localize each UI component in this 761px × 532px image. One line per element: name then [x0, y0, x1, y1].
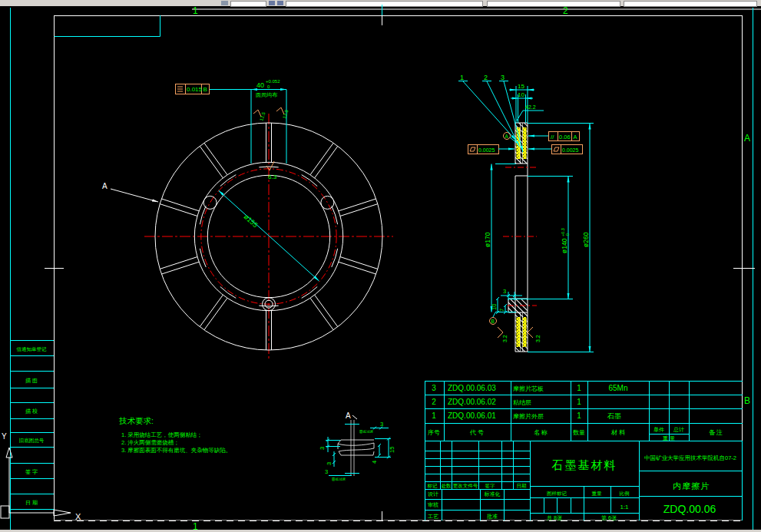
dim-d260: ø260: [582, 232, 590, 247]
col-header: 数量: [573, 429, 585, 436]
dim-d140-tol-lower: 0: [565, 233, 570, 236]
part-qty: 1: [577, 411, 581, 420]
dim-d170: ø170: [484, 232, 491, 247]
left-strip-label: 日 期: [25, 500, 38, 506]
datum-a-label: A: [505, 134, 509, 139]
part-code: ZDQ.00.06.01: [448, 411, 496, 420]
zone-label-A: A: [744, 133, 750, 144]
dim-bore: ø155: [243, 213, 260, 229]
fcf-tolerance: 0.0025: [562, 147, 579, 153]
leader-2: 2: [484, 74, 488, 81]
fcf-datum: A: [574, 134, 577, 140]
roughness-6-3: 6.3: [268, 173, 277, 180]
part-qty: 1: [577, 384, 581, 392]
ucs-x-label: X: [75, 512, 81, 521]
part-name: 粘结层: [513, 399, 531, 406]
front-view: 40 +0.052 0 圆周均布 0.015 B 12.5 12.5 6.3: [102, 79, 393, 361]
datum-b-label: B: [491, 319, 495, 324]
side-section-view: 1 2 3 15 10 42.2 A: [458, 74, 594, 352]
zone-label-2: 2: [563, 5, 568, 16]
detail-note-bottom: 圆弧过渡: [332, 477, 346, 481]
sign-label: 审核: [428, 502, 438, 508]
tech-requirements: 技术要求: 1. 采用烧结工艺，使两侧粘结； 2. 淬火两侧需磨烧槽； 3. 摩…: [119, 416, 231, 454]
roughness-12-5: 12.5: [259, 111, 266, 122]
left-strip-label: 签 字: [25, 469, 38, 474]
rev-header: 更改文件号: [453, 483, 478, 489]
parts-table: 3 ZDQ.00.06.03 摩擦片芯板 1 65Mn 2 ZDQ.00.06.…: [425, 381, 743, 441]
zone-label-B: B: [744, 395, 750, 406]
fcf-symbol: //: [551, 134, 554, 140]
sign-label: 设计: [428, 491, 438, 497]
fcf-flatness-right: 0.0025: [552, 145, 583, 154]
scale-value: 1:1: [620, 504, 629, 511]
detail-dim-4: 4: [371, 461, 378, 464]
detail-dim-3-top: 3: [380, 421, 383, 428]
zone-label-bottom-1: 1: [193, 521, 198, 532]
rev-header: 签字: [485, 483, 496, 488]
cad-drawing-canvas: 1 2 1 A B 借通知单登记 描 图 描 校 旧底图总号 签 字 日 期: [0, 0, 761, 532]
detail-dim-15: 15: [389, 447, 395, 453]
tech-req-title: 技术要求:: [119, 416, 154, 425]
tech-req-line: 1. 采用烧结工艺，使两侧粘结；: [121, 431, 203, 438]
left-strip-label: 借通知单登记: [17, 346, 48, 352]
dim-40-tol-lower: 0: [267, 84, 270, 89]
part-no: 2: [432, 398, 436, 406]
col-header: 单件: [653, 427, 664, 433]
roughness-12-5: 12.5: [282, 109, 290, 120]
fcf-tolerance: 0.0025: [478, 147, 495, 153]
dim-40-note: 圆周均布: [256, 92, 278, 98]
col-header: 重 量: [663, 435, 675, 441]
part-material: 65Mn: [608, 384, 627, 392]
left-strip-label: 旧底图总号: [19, 438, 45, 444]
leader-3: 3: [501, 74, 505, 81]
drawing-number: ZDQ.00.06: [663, 503, 716, 515]
detail-view-a: A 3 圆弧过渡 3 3 3 圆弧过渡: [319, 411, 395, 481]
col-header: 序号: [428, 429, 440, 436]
fcf-tolerance: 0.06: [559, 134, 571, 140]
left-strip-label: 描 图: [25, 378, 38, 384]
dim-40-tol-upper: +0.052: [266, 79, 280, 84]
drawing-svg: 1 2 1 A B 借通知单登记 描 图 描 校 旧底图总号 签 字 日 期: [0, 0, 761, 532]
detail-dim-3-left: 3: [319, 447, 326, 450]
tech-req-line: 2. 淬火两侧需磨烧槽；: [121, 439, 180, 446]
drive-notch: [321, 196, 334, 209]
part-no: 1: [432, 411, 436, 420]
rev-header: 处数: [442, 483, 452, 489]
col-header: 备 注: [709, 429, 723, 436]
part-material: 石墨: [607, 412, 621, 420]
scale-label: 比例: [620, 491, 630, 497]
fcf-tolerance: 0.015: [187, 86, 203, 93]
detail-dim-3-bl: 3: [326, 462, 333, 465]
detail-dim-3-bottom: 3: [325, 468, 328, 475]
ucs-y-label: Y: [2, 432, 7, 441]
col-header: 材 料: [610, 429, 625, 436]
drawing-title: 石墨基材料: [551, 458, 617, 471]
zone-label-1: 1: [193, 5, 198, 16]
dim-10: 10: [518, 91, 524, 98]
fcf-flatness-left: 0.0025: [468, 145, 499, 154]
stamp-label: 图样标记: [547, 491, 567, 497]
tech-req-line: 3. 摩擦面表面不得有磨坑、夹杂物等缺陷。: [121, 447, 231, 454]
part-code: ZDQ.00.06.02: [448, 398, 496, 406]
section-arrow-label: A: [102, 182, 108, 190]
rev-header: 标记: [427, 483, 438, 489]
dim-tab-10: 10: [491, 304, 498, 310]
dim-42-2: 42.2: [525, 104, 536, 110]
part-title: 内摩擦片: [673, 481, 710, 491]
fcf-symmetry: 0.015 B: [176, 84, 210, 94]
part-code: ZDQ.00.06.03: [448, 384, 496, 392]
part-name: 摩擦片外层: [513, 413, 544, 420]
left-strip-label: 描 校: [25, 408, 38, 415]
col-header: 名 称: [534, 429, 548, 436]
sign-label: 标准化: [484, 491, 501, 497]
left-strip-table: 借通知单登记 描 图 描 校 旧底图总号 签 字 日 期: [10, 341, 54, 510]
dim-d140: ø140: [561, 238, 568, 253]
organization: 中国矿业大学应用技术学院机自07-2: [644, 454, 736, 461]
roughness-3-2: 3.2: [535, 335, 541, 342]
detail-label: A: [346, 411, 351, 420]
part-no: 3: [432, 384, 436, 392]
fcf-datum: B: [203, 86, 207, 93]
sheet-count: 共 8张: [547, 515, 562, 521]
drive-notch: [203, 196, 217, 209]
fcf-parallelism: // 0.06 A: [549, 132, 580, 141]
